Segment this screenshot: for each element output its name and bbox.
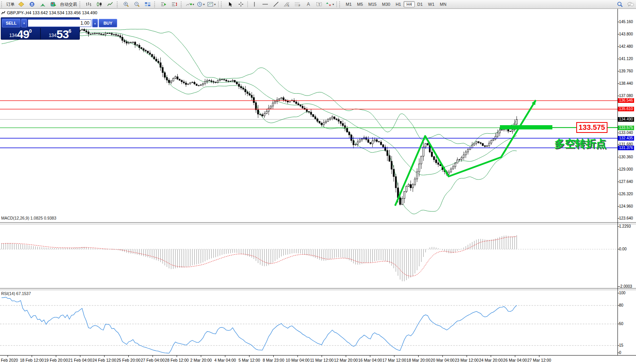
date-axis-label: 24 Mar 20:00 [479,358,503,362]
text-label-icon[interactable]: T [314,0,325,8]
date-axis-label: 16 Mar 04:00 [358,358,382,362]
toolbar-grip[interactable] [117,2,119,7]
sell-button[interactable]: SELL [2,19,20,27]
timeframe-M1[interactable]: M1 [343,1,354,7]
buy-price-pip: 6 [69,28,71,34]
timeframe-D1[interactable]: D1 [415,1,426,7]
date-axis-label: 19 Feb 20:00 [44,358,68,362]
zoom-in-icon[interactable] [121,0,131,8]
svg-text:F: F [299,4,300,7]
date-axis-label: 7 Feb 2020 [0,358,18,362]
channel-icon[interactable]: E [281,0,292,8]
price-axis-label: 134.490 [618,117,634,122]
toolbar-grip[interactable] [1,2,4,7]
buy-price-base: 134 [49,33,56,38]
date-axis-label: 4 Mar 04:00 [214,358,236,362]
sell-price-base: 134 [9,33,17,38]
chart-candles-icon[interactable] [94,0,105,8]
price-axis-label: 131.376 [618,146,634,150]
date-axis-label: 5 Mar 12:00 [239,358,260,362]
buy-button[interactable]: BUY [99,19,117,27]
price-level-callout[interactable]: 133.575 [576,122,607,133]
price-axis-label: 133.040 [619,131,633,135]
toolbar-grip[interactable] [339,2,342,7]
chart-bars-icon[interactable] [83,0,94,8]
tile-windows-icon[interactable] [142,0,153,8]
zoom-out-icon[interactable] [131,0,142,8]
timeframe-M15[interactable]: M15 [366,1,379,7]
periods-icon[interactable]: ▾ [195,0,206,8]
buy-price[interactable]: 134536 [41,28,80,40]
hline-icon[interactable] [260,0,271,8]
toolbar-grip[interactable] [221,2,224,7]
indicator-axis-label: 50 [619,322,623,326]
timeframe-M5[interactable]: M5 [354,1,365,7]
date-axis-label: 18 Feb 12:00 [20,358,44,362]
rsi-label: RSI(14) 67.1537 [1,291,31,296]
one-click-trading-panel: SELL ▼ ▲ BUY 134490 134536 [1,17,80,40]
symbol-ohlc-text: GBPJPY-,H4 133.642 134.534 133.456 134.4… [7,10,97,15]
cursor-icon[interactable] [225,0,236,8]
date-axis-label: 28 Feb 12:00 [165,358,189,362]
price-axis-label: 136.546 [618,98,634,103]
date-axis-label: 26 Mar 04:00 [503,358,527,362]
sell-price-big: 49 [17,29,29,39]
indicator-axis-label: 15 [619,343,623,348]
date-axis-label: 27 Feb 04:00 [141,358,165,362]
date-axis-label: 12 Mar 20:00 [334,358,358,362]
chart-canvas[interactable] [0,0,636,364]
svg-text:A: A [307,2,310,7]
indicator-axis-label: -2.0003 [619,284,632,289]
profiles-icon[interactable] [27,0,37,8]
main-toolbar: 订单 自动交易 [0,0,636,9]
date-axis-label: 11 Mar 12:00 [310,358,333,362]
templates-icon[interactable]: ▾ [206,0,217,8]
autotrading-label[interactable]: 自动交易 [59,2,78,7]
indicator-axis-label: 0 [619,351,621,355]
volume-decrease-button[interactable]: ▼ [21,19,27,27]
volume-increase-button[interactable]: ▲ [92,19,98,27]
price-axis-label: 123.640 [619,216,633,221]
price-axis-label: 135.610 [618,107,634,111]
new-order-label[interactable]: 订单 [5,2,16,7]
search-icon[interactable] [614,0,625,8]
sell-price-pip: 0 [29,28,32,34]
sell-price[interactable]: 134490 [1,28,40,40]
price-axis-label: 139.760 [619,69,633,74]
text-icon[interactable]: A [303,0,314,8]
autotrading-icon[interactable] [48,0,59,8]
fibonacci-icon[interactable]: F [292,0,303,8]
timeframe-H4[interactable]: H4 [404,1,414,7]
resistance-highlight-bar[interactable] [500,125,552,129]
date-axis-label: 8 Mar 23:00 [262,358,284,362]
price-axis-label: 142.480 [619,44,633,49]
date-axis-label: 27 Mar 12:00 [527,358,551,362]
turning-point-annotation[interactable]: 多空转折点 [554,137,606,151]
toolbar-grip[interactable] [79,2,82,7]
chat-icon[interactable] [625,0,636,8]
indicator-axis-label: 100 [619,291,626,295]
indicator-axis-label: 1.2293 [619,224,631,229]
timeframe-MN[interactable]: MN [437,1,449,7]
timeframe-toolbar: M1M5M15M30H1H4D1W1MN [343,1,449,7]
price-axis-label: 138.440 [619,81,633,86]
toolbar-grip[interactable] [181,2,183,7]
indicators-icon[interactable]: ▾ [185,0,195,8]
date-axis-label: 24 Feb 12:00 [93,358,116,362]
symbol-info-bar: GBPJPY-,H4 133.642 134.534 133.456 134.4… [2,10,97,15]
chart-line-icon[interactable] [105,0,116,8]
timeframe-W1[interactable]: W1 [426,1,437,7]
timeframe-H1[interactable]: H1 [393,1,404,7]
signal-icon[interactable] [37,0,48,8]
arrows-icon[interactable]: ▾ [325,0,335,8]
vline-icon[interactable] [249,0,260,8]
crosshair-icon[interactable] [236,0,246,8]
chart-shift-icon[interactable] [169,0,180,8]
new-order-icon[interactable] [16,0,27,8]
date-axis-label: 10 Mar 04:00 [286,358,310,362]
autoscroll-icon[interactable] [158,0,169,8]
toolbar-grip[interactable] [154,2,157,7]
trendline-icon[interactable] [271,0,281,8]
timeframe-M30[interactable]: M30 [379,1,393,7]
volume-input[interactable] [28,19,91,27]
